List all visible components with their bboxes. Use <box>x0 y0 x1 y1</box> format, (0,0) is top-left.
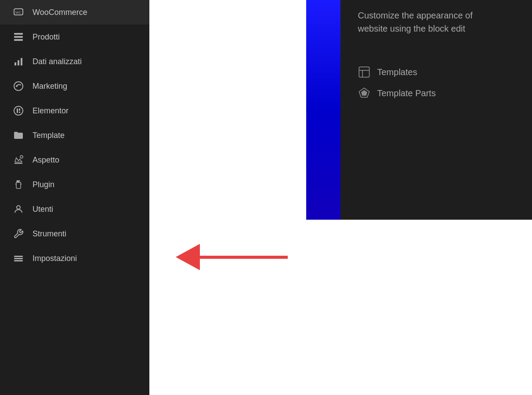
dark-panel-templates-item[interactable]: Templates <box>358 62 515 83</box>
svg-rect-11 <box>19 109 20 111</box>
white-section <box>149 0 306 220</box>
settings-icon <box>12 252 25 265</box>
sidebar-item-utenti[interactable]: Utenti <box>0 197 149 221</box>
tools-icon <box>12 228 25 240</box>
template-folder-icon <box>12 129 25 141</box>
users-icon <box>12 203 25 215</box>
svg-rect-22 <box>359 70 369 71</box>
svg-rect-6 <box>18 60 19 65</box>
sidebar: WC WooCommerce Prodotti Dati analizzati <box>0 0 149 395</box>
elementor-icon <box>12 105 25 117</box>
dark-panel-template-parts-item[interactable]: Template Parts <box>358 83 515 104</box>
svg-rect-3 <box>14 36 23 38</box>
svg-rect-7 <box>21 58 22 65</box>
analytics-icon <box>12 55 25 68</box>
svg-rect-23 <box>362 70 363 77</box>
marketing-icon <box>12 80 25 92</box>
svg-rect-19 <box>14 258 23 259</box>
sidebar-item-prodotti[interactable]: Prodotti <box>0 25 149 49</box>
sidebar-item-template[interactable]: Template <box>0 123 149 148</box>
templates-icon <box>358 66 370 78</box>
sidebar-item-dati-analizzati[interactable]: Dati analizzati <box>0 49 149 74</box>
sidebar-item-plugin-label: Plugin <box>33 180 54 189</box>
appearance-icon <box>12 154 25 166</box>
svg-point-17 <box>17 206 20 209</box>
blue-stripe <box>306 0 340 220</box>
dark-panel-templates-label: Templates <box>377 67 417 77</box>
sidebar-item-elementor-label: Elementor <box>33 106 69 116</box>
sidebar-item-dati-analizzati-label: Dati analizzati <box>33 57 82 66</box>
sidebar-item-plugin[interactable]: Plugin <box>0 172 149 197</box>
products-icon <box>12 31 25 43</box>
template-parts-icon <box>358 87 370 99</box>
customize-text: Customize the appearance ofwebsite using… <box>358 9 515 35</box>
dark-panel: Customize the appearance ofwebsite using… <box>340 0 532 220</box>
sidebar-item-aspetto[interactable]: Aspetto <box>0 148 149 172</box>
top-panel: Customize the appearance ofwebsite using… <box>149 0 532 220</box>
main-content: Customize the appearance ofwebsite using… <box>149 0 532 395</box>
svg-rect-5 <box>14 62 16 65</box>
sidebar-item-strumenti-label: Strumenti <box>33 229 66 239</box>
sidebar-item-woocommerce[interactable]: WC WooCommerce <box>0 0 149 25</box>
svg-rect-18 <box>14 256 23 257</box>
sidebar-item-prodotti-label: Prodotti <box>33 33 60 42</box>
bottom-white-area <box>149 220 532 395</box>
sidebar-item-elementor[interactable]: Elementor <box>0 98 149 123</box>
sidebar-item-utenti-label: Utenti <box>33 205 53 214</box>
sidebar-item-impostazioni[interactable]: Impostazioni <box>0 246 149 271</box>
svg-marker-25 <box>361 90 367 96</box>
sidebar-item-impostazioni-label: Impostazioni <box>33 254 77 263</box>
sidebar-item-marketing-label: Marketing <box>33 82 67 91</box>
sidebar-item-aspetto-label: Aspetto <box>33 156 59 165</box>
svg-rect-10 <box>17 109 18 113</box>
sidebar-item-marketing[interactable]: Marketing <box>0 74 149 98</box>
svg-text:WC: WC <box>15 11 22 14</box>
svg-point-13 <box>20 156 23 158</box>
svg-rect-21 <box>359 67 369 77</box>
svg-point-8 <box>16 85 18 87</box>
plugin-icon <box>12 178 25 191</box>
sidebar-item-woocommerce-label: WooCommerce <box>33 8 87 17</box>
svg-rect-20 <box>14 260 23 261</box>
svg-rect-4 <box>14 39 23 41</box>
svg-point-9 <box>14 106 23 115</box>
woocommerce-icon: WC <box>12 6 25 18</box>
sidebar-item-strumenti[interactable]: Strumenti <box>0 221 149 246</box>
sidebar-item-template-label: Template <box>33 131 65 140</box>
dark-panel-template-parts-label: Template Parts <box>377 88 436 98</box>
svg-rect-2 <box>14 33 23 35</box>
svg-rect-12 <box>19 112 20 113</box>
